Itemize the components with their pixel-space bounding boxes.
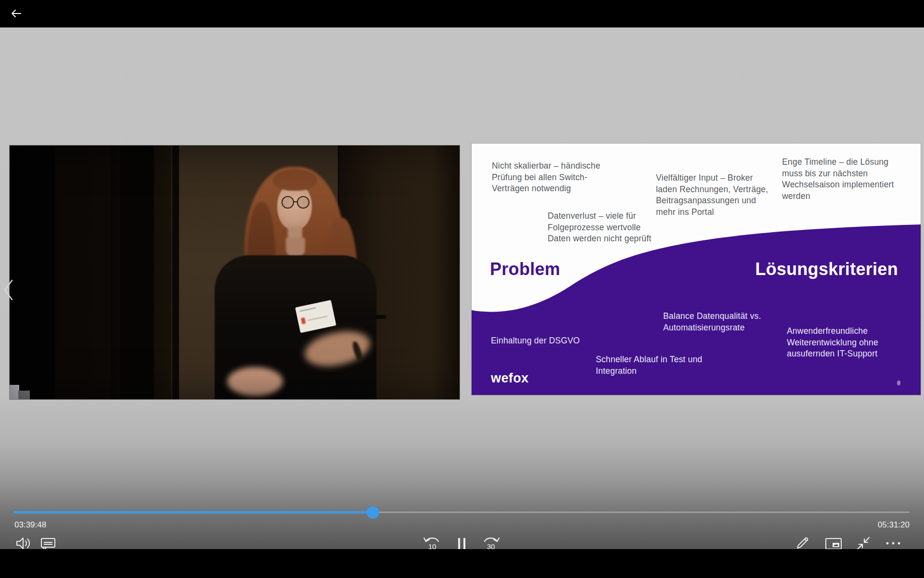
wefox-logo: wefox bbox=[491, 371, 529, 386]
back-button[interactable] bbox=[7, 4, 26, 23]
ellipsis-icon bbox=[885, 539, 902, 547]
more-options-button[interactable] bbox=[885, 539, 902, 547]
problem-note: Vielfältiger Input – Broker laden Rechnu… bbox=[656, 172, 768, 218]
problem-note: Enge Timeline – die Lösung muss bis zur … bbox=[782, 157, 894, 202]
slide-heading-problem: Problem bbox=[490, 260, 560, 278]
slide-heading-criteria: Lösungskriterien bbox=[755, 260, 898, 278]
progress-fill bbox=[13, 511, 373, 513]
criterion-note: Anwenderfreundliche Weiterentwicklung oh… bbox=[787, 326, 878, 360]
picture-in-picture-button[interactable] bbox=[825, 538, 842, 550]
problem-note: Datenverlust – viele für Folgeprozesse w… bbox=[548, 210, 651, 245]
progress-bar[interactable] bbox=[13, 510, 910, 515]
bottom-bar bbox=[0, 549, 924, 578]
pencil-icon bbox=[795, 535, 810, 551]
slide-page-number bbox=[897, 381, 900, 385]
total-time: 05:31:20 bbox=[878, 520, 910, 530]
criterion-note: Einhaltung der DSGVO bbox=[491, 335, 580, 347]
edit-button[interactable] bbox=[795, 535, 810, 551]
top-bar bbox=[0, 0, 924, 27]
slide-video[interactable]: Nicht skalierbar – händische Prüfung bei… bbox=[472, 144, 921, 395]
pause-icon bbox=[456, 537, 468, 551]
problem-note: Nicht skalierbar – händische Prüfung bei… bbox=[492, 160, 600, 195]
arrow-left-icon bbox=[10, 7, 23, 20]
video-player-app: Nicht skalierbar – händische Prüfung bei… bbox=[0, 0, 924, 578]
video-vignette bbox=[10, 145, 460, 399]
current-time: 03:39:48 bbox=[14, 520, 46, 530]
previous-button[interactable] bbox=[2, 278, 15, 302]
picture-in-picture-icon bbox=[825, 538, 842, 550]
pause-button[interactable] bbox=[456, 537, 468, 551]
criterion-note: Schneller Ablauf in Test und Integration bbox=[596, 354, 702, 377]
presenter-video[interactable] bbox=[10, 145, 460, 399]
chevron-left-icon bbox=[2, 278, 15, 302]
criterion-note: Balance Datenqualität vs. Automatisierun… bbox=[663, 311, 761, 333]
progress-handle[interactable] bbox=[367, 506, 379, 519]
